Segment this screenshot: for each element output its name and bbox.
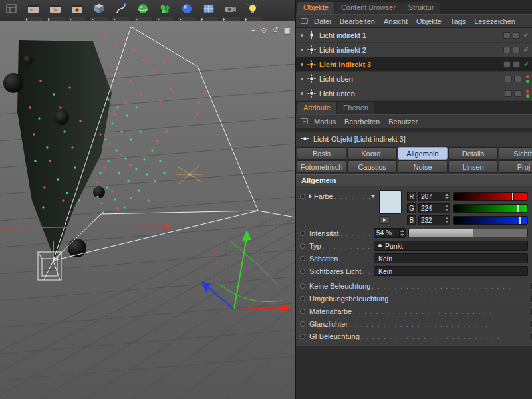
tabbtn-fotometrisch[interactable]: Fotometrisch [297,160,346,173]
menu-benutzer[interactable]: Benutzer [388,118,418,126]
tab-objekte[interactable]: Objekte [297,2,334,14]
render-view-button[interactable] [23,1,43,21]
panel-menu-icon[interactable] [301,118,308,124]
layer-toggle[interactable] [505,76,512,82]
menu-lesezeichen[interactable]: Lesezeichen [474,17,515,25]
keyframe-dot[interactable] [300,194,305,199]
modeling-objects-button[interactable] [155,1,175,21]
tabbtn-projektion[interactable]: Proj [499,160,532,173]
stepper[interactable] [444,216,450,225]
visibility-dots[interactable] [526,75,529,83]
keyframe-dot[interactable] [300,296,305,301]
enabled-check-icon[interactable] [523,45,529,54]
color-swatch[interactable] [379,190,402,214]
color-menu-arrow-icon[interactable] [371,195,375,198]
layer-toggle[interactable] [503,32,511,39]
keyframe-dot[interactable] [300,283,305,289]
menu-bearbeiten-attr[interactable]: Bearbeiten [344,118,380,126]
zoom-icon[interactable]: ⊙ [261,27,267,34]
tabbtn-linsen[interactable]: Linsen [448,160,498,173]
intensity-value-field[interactable]: 54 % [374,228,406,238]
light-button[interactable] [243,1,263,21]
channel-value-field[interactable]: 232 [418,215,450,225]
keyframe-dot[interactable] [300,269,305,274]
expand-triangle-icon[interactable] [309,194,312,198]
menu-tags[interactable]: Tags [450,17,466,25]
object-row[interactable]: Licht oben [296,72,532,86]
tab-struktur[interactable]: Struktur [402,2,440,14]
visibility-dots[interactable] [526,90,529,98]
primitive-cube-button[interactable] [89,1,109,21]
pan-icon[interactable]: + [251,27,255,34]
menu-modus[interactable]: Modus [314,118,336,126]
channel-value-field[interactable]: 224 [418,203,450,213]
layer-toggle[interactable] [513,32,520,39]
render-visibility-dot[interactable] [526,80,529,83]
slider-handle[interactable] [517,204,519,213]
viewport-3d[interactable]: + ⊙ ↺ ▣ [0,21,295,399]
camera-button[interactable] [221,1,241,21]
modeling-objects-palette[interactable] [156,17,174,21]
tabbtn-basis[interactable]: Basis [297,147,346,160]
primitive-cube-palette[interactable] [90,17,108,21]
schatten-dropdown[interactable]: Kein [374,253,528,263]
layer-toggle[interactable] [503,61,511,68]
object-row[interactable]: Licht indirekt 2 [296,43,532,57]
menu-objekte[interactable]: Objekte [416,17,442,25]
tabbtn-koord[interactable]: Koord. [347,147,397,160]
light-palette[interactable] [243,17,262,21]
spline-pen-button[interactable] [111,1,131,21]
stepper[interactable] [444,204,450,213]
green-gradient-slider[interactable] [453,204,528,213]
tab-ebenen[interactable]: Ebenen [337,102,374,114]
enabled-check-icon[interactable] [523,31,529,39]
keyframe-dot[interactable] [300,231,305,236]
render-view-palette[interactable] [24,17,43,21]
stepper[interactable] [399,229,405,237]
deformers-button[interactable] [177,1,197,21]
layer-toggle[interactable] [513,47,520,53]
tab-content-browser[interactable]: Content Browser [335,2,402,14]
sichtbares-licht-dropdown[interactable]: Kein [374,266,528,276]
section-header[interactable]: Allgemein [296,174,532,186]
menu-bearbeiten[interactable]: Bearbeiten [340,17,375,25]
menu-ansicht[interactable]: Ansicht [384,17,408,25]
maximize-icon[interactable]: ▣ [284,27,291,34]
tabbtn-caustics[interactable]: Caustics [347,160,397,173]
layer-toggle[interactable] [514,76,521,82]
layer-toggle[interactable] [513,61,520,68]
generators-palette[interactable] [134,17,152,21]
enabled-check-icon[interactable] [523,60,529,68]
spline-pen-palette[interactable] [112,17,130,21]
render-picture-viewer-palette[interactable] [46,17,65,21]
render-picture-viewer-button[interactable] [45,1,65,21]
layer-toggle[interactable] [503,47,511,53]
tabbtn-details[interactable]: Details [448,147,498,160]
render-settings-palette[interactable] [68,17,86,21]
red-gradient-slider[interactable] [453,192,528,201]
keyframe-dot[interactable] [300,334,305,339]
render-visibility-dot[interactable] [526,94,529,98]
keyframe-dot[interactable] [300,321,305,327]
stepper[interactable] [444,192,450,201]
menu-datei[interactable]: Datei [314,17,331,25]
slider-handle[interactable] [519,216,521,225]
typ-dropdown[interactable]: Punkt [374,241,528,251]
deformers-palette[interactable] [178,17,196,21]
layer-toggle[interactable] [514,90,521,97]
tab-attribute[interactable]: Attribute [297,102,336,114]
generators-button[interactable] [133,1,153,21]
rotate-icon[interactable]: ↺ [272,27,278,34]
render-settings-button[interactable] [67,1,87,21]
object-row[interactable]: Licht indirekt 1 [296,28,532,43]
tabbtn-sichtbarkeit[interactable]: Sichtb [499,147,532,160]
environment-button[interactable] [199,1,219,21]
color-expand-button[interactable] [379,216,390,224]
camera-palette[interactable] [221,17,240,21]
keyframe-dot[interactable] [300,309,305,314]
editor-visibility-dot[interactable] [526,90,529,93]
intensity-slider[interactable] [408,229,528,237]
tabbtn-noise[interactable]: Noise [398,160,448,173]
editor-visibility-dot[interactable] [526,75,529,78]
keyframe-dot[interactable] [300,243,305,249]
